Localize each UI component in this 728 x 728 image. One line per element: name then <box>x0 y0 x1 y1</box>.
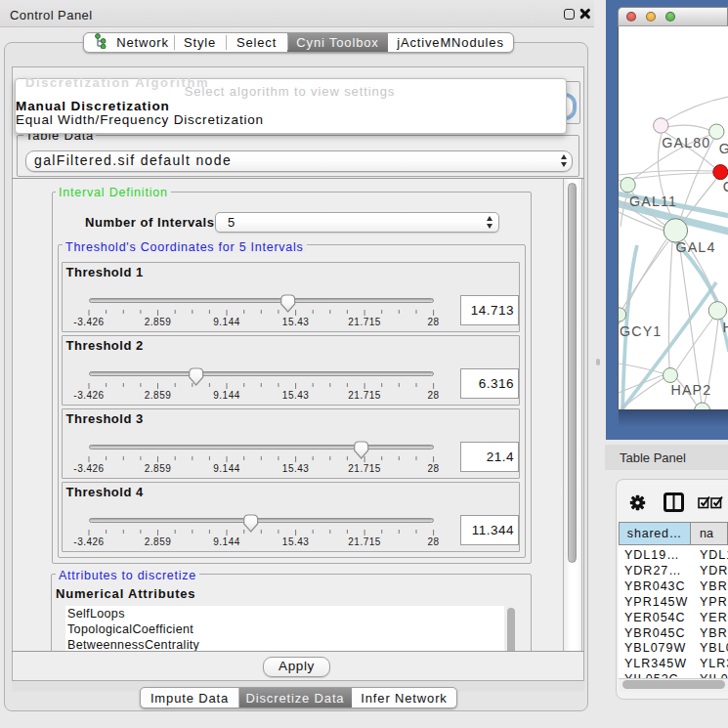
svg-text:GAL80: GAL80 <box>662 135 710 150</box>
svg-text:HAP2: HAP2 <box>671 382 712 398</box>
svg-text:HIS: HIS <box>723 320 728 335</box>
svg-text:GAL11: GAL11 <box>629 193 677 209</box>
svg-text:CYC: CYC <box>723 179 728 194</box>
svg-text:GAL3: GAL3 <box>719 141 728 156</box>
svg-text:GAL4: GAL4 <box>676 239 716 255</box>
svg-text:GCY1: GCY1 <box>620 323 662 339</box>
